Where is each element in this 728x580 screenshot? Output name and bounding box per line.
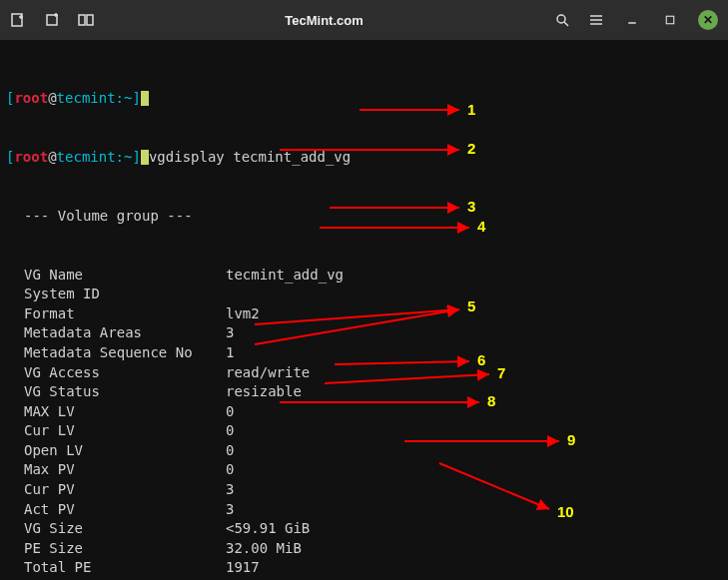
- cursor-icon: [141, 91, 149, 106]
- field-label: Format: [6, 304, 226, 324]
- field-value: resizable: [226, 382, 302, 402]
- output-row: PE Size32.00 MiB: [6, 539, 722, 559]
- field-value: read/write: [226, 363, 310, 383]
- prompt-line-command: [root@tecmint:~]vgdisplay tecmint_add_vg: [6, 148, 722, 168]
- output-row: Total PE1917: [6, 558, 722, 578]
- search-icon[interactable]: [554, 12, 570, 28]
- field-label: VG Name: [6, 266, 226, 286]
- new-window-icon[interactable]: [44, 12, 60, 28]
- field-value: 0: [226, 460, 234, 480]
- field-value: 1917: [226, 558, 260, 578]
- output-row: Cur LV0: [6, 421, 722, 441]
- field-label: Cur PV: [6, 480, 226, 500]
- vg-header: --- Volume group ---: [6, 207, 722, 227]
- field-value: 1: [226, 343, 234, 363]
- split-icon[interactable]: [78, 12, 94, 28]
- field-label: Total PE: [6, 558, 226, 578]
- menu-icon[interactable]: [588, 12, 604, 28]
- field-label: PE Size: [6, 539, 226, 559]
- field-label: Cur LV: [6, 421, 226, 441]
- output-row: VG Statusresizable: [6, 382, 722, 402]
- field-value: 0: [226, 421, 234, 441]
- svg-rect-14: [666, 16, 674, 24]
- field-value: 32.00 MiB: [226, 539, 302, 559]
- field-value: 3: [226, 480, 234, 500]
- close-button[interactable]: ✕: [698, 10, 718, 30]
- title-bar: TecMint.com ✕: [0, 0, 728, 40]
- field-label: Metadata Areas: [6, 323, 226, 343]
- output-row: VG Size<59.91 GiB: [6, 519, 722, 539]
- field-value: lvm2: [226, 304, 260, 324]
- svg-rect-7: [87, 15, 93, 25]
- output-row: Metadata Areas3: [6, 323, 722, 343]
- output-row: VG Accessread/write: [6, 363, 722, 383]
- field-label: Open LV: [6, 441, 226, 461]
- maximize-button[interactable]: [660, 10, 680, 30]
- output-row: Formatlvm2: [6, 304, 722, 324]
- field-label: Act PV: [6, 500, 226, 520]
- output-row: Open LV0: [6, 441, 722, 461]
- command-text: vgdisplay tecmint_add_vg: [149, 149, 351, 165]
- field-value: 0: [226, 441, 234, 461]
- terminal[interactable]: [root@tecmint:~] [root@tecmint:~]vgdispl…: [0, 40, 728, 580]
- output-rows: VG Nametecmint_add_vgSystem IDFormatlvm2…: [6, 266, 722, 580]
- svg-point-8: [557, 15, 565, 23]
- prompt-line-empty: [root@tecmint:~]: [6, 89, 722, 109]
- field-label: VG Size: [6, 519, 226, 539]
- new-tab-icon[interactable]: [10, 12, 26, 28]
- field-value: 3: [226, 323, 234, 343]
- field-label: System ID: [6, 285, 226, 304]
- output-row: VG Nametecmint_add_vg: [6, 266, 722, 286]
- field-value: <59.91 GiB: [226, 519, 310, 539]
- field-label: VG Access: [6, 363, 226, 383]
- output-row: Cur PV3: [6, 480, 722, 500]
- cursor-icon: [141, 150, 149, 165]
- output-row: Max PV0: [6, 460, 722, 480]
- field-value: 0: [226, 402, 234, 422]
- output-row: MAX LV0: [6, 402, 722, 422]
- svg-line-9: [564, 22, 568, 26]
- window-title: TecMint.com: [285, 13, 364, 28]
- svg-rect-6: [79, 15, 85, 25]
- minimize-button[interactable]: [622, 10, 642, 30]
- output-row: Act PV3: [6, 500, 722, 520]
- field-label: MAX LV: [6, 402, 226, 422]
- field-label: VG Status: [6, 382, 226, 402]
- field-label: Max PV: [6, 460, 226, 480]
- field-value: 3: [226, 500, 234, 520]
- output-row: Metadata Sequence No1: [6, 343, 722, 363]
- field-label: Metadata Sequence No: [6, 343, 226, 363]
- field-value: tecmint_add_vg: [226, 266, 344, 286]
- output-row: System ID: [6, 285, 722, 304]
